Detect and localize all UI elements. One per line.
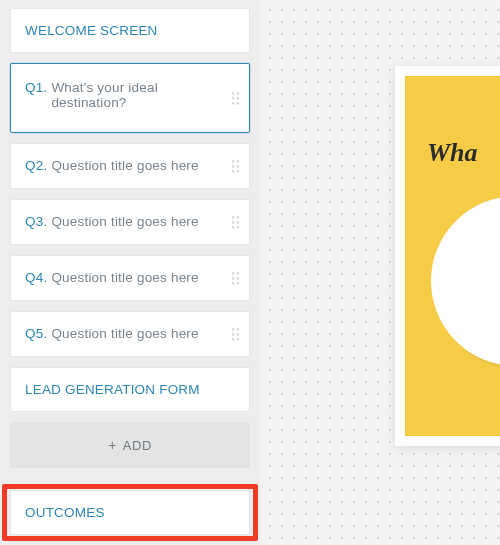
preview-card[interactable]: Wha: [395, 66, 500, 446]
sidebar: WELCOME SCREEN Q1. What's your ideal des…: [0, 0, 260, 545]
question-number: Q3.: [25, 214, 47, 229]
preview-slide: Wha: [405, 76, 500, 436]
question-title: Question title goes here: [51, 158, 198, 173]
question-card-4[interactable]: Q4. Question title goes here: [10, 255, 250, 301]
question-title: Question title goes here: [51, 326, 198, 341]
questions-list: Q1. What's your ideal destination?Q2. Qu…: [10, 63, 250, 357]
question-title: Question title goes here: [51, 270, 198, 285]
plus-icon: +: [108, 437, 117, 453]
question-title: Question title goes here: [51, 214, 198, 229]
question-number: Q5.: [25, 326, 47, 341]
drag-handle-icon[interactable]: [232, 216, 240, 229]
preview-title: Wha: [427, 138, 478, 168]
outcomes-label: OUTCOMES: [25, 505, 105, 520]
preview-canvas: Wha: [260, 0, 500, 545]
lead-generation-card[interactable]: LEAD GENERATION FORM: [10, 367, 250, 412]
welcome-screen-label: WELCOME SCREEN: [25, 23, 158, 38]
preview-circle: [431, 196, 500, 366]
drag-handle-icon[interactable]: [232, 328, 240, 341]
outcomes-card[interactable]: OUTCOMES: [10, 490, 250, 535]
question-number: Q4.: [25, 270, 47, 285]
question-card-2[interactable]: Q2. Question title goes here: [10, 143, 250, 189]
welcome-screen-card[interactable]: WELCOME SCREEN: [10, 8, 250, 53]
question-number: Q2.: [25, 158, 47, 173]
drag-handle-icon[interactable]: [232, 160, 240, 173]
lead-generation-label: LEAD GENERATION FORM: [25, 382, 200, 397]
question-title: What's your ideal destination?: [51, 80, 215, 110]
add-button[interactable]: +ADD: [10, 422, 250, 468]
question-card-3[interactable]: Q3. Question title goes here: [10, 199, 250, 245]
outcomes-section: OUTCOMES: [10, 490, 250, 535]
drag-handle-icon[interactable]: [232, 92, 240, 105]
question-card-5[interactable]: Q5. Question title goes here: [10, 311, 250, 357]
question-card-1[interactable]: Q1. What's your ideal destination?: [10, 63, 250, 133]
question-number: Q1.: [25, 80, 47, 95]
add-label: ADD: [123, 438, 152, 453]
drag-handle-icon[interactable]: [232, 272, 240, 285]
